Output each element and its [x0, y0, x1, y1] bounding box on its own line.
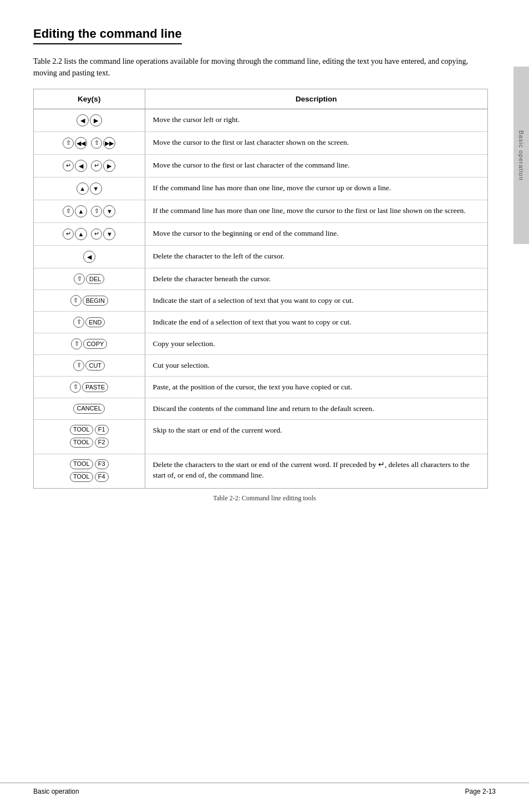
key-icons: ▲ ▼ — [42, 182, 137, 195]
tool-key: TOOL — [70, 459, 93, 469]
desc-cell: Delete the character beneath the cursor. — [145, 268, 487, 290]
del-key: DEL — [86, 274, 104, 284]
paste-key: PASTE — [82, 382, 108, 392]
page-title: Editing the command line — [33, 27, 182, 44]
col-header-desc: Description — [145, 89, 487, 109]
key-icons: ◀ — [42, 251, 137, 263]
key-icons: ↵ ▲ ↵ ▼ — [42, 228, 137, 240]
table-row: ▲ ▼ If the command line has more than on… — [34, 177, 487, 200]
up-arrow-key: ▲ — [77, 182, 89, 195]
desc-cell: Paste, at the position of the cursor, th… — [145, 377, 487, 398]
table-row: ⇧ DEL Delete the character beneath the c… — [34, 268, 487, 290]
f4-key: F4 — [95, 472, 109, 482]
table-row: ⇧ END Indicate the end of a selection of… — [34, 312, 487, 333]
key-icons: ⇧ ▲ ⇧ ▼ — [42, 205, 137, 217]
key-icons: ⇧ CUT — [42, 360, 137, 371]
key-cell: ↵ ◀ ↵ ▶ — [34, 155, 145, 177]
f3-key: F3 — [95, 459, 109, 469]
shift-key: ⇧ — [73, 360, 84, 371]
sidebar-tab: Basic operation — [513, 67, 529, 244]
shift-key: ⇧ — [74, 273, 85, 285]
desc-cell: Discard the contents of the command line… — [145, 398, 487, 420]
left-key: ◀ — [75, 160, 87, 172]
cmd-key: ↵ — [91, 229, 102, 240]
key-icons: ⇧ ◀◀ ⇧ ▶▶ — [42, 137, 137, 149]
shift-key: ⇧ — [91, 138, 102, 149]
key-row-2: TOOL F2 — [70, 438, 109, 448]
desc-cell: Delete the character to the left of the … — [145, 246, 487, 268]
table-row: ⇧ PASTE Paste, at the position of the cu… — [34, 377, 487, 398]
table-row: ⇧ ▲ ⇧ ▼ If the command line has more tha… — [34, 200, 487, 223]
key-stack: TOOL F3 TOOL F4 — [42, 459, 137, 483]
table-row: ⇧ ◀◀ ⇧ ▶▶ Move the cursor to the first o… — [34, 132, 487, 155]
shift-key: ⇧ — [63, 206, 74, 217]
cmd-key: ↵ — [91, 160, 102, 171]
key-row-1: TOOL F1 — [70, 425, 109, 435]
intro-paragraph: Table 2.2 lists the command line operati… — [33, 55, 488, 79]
key-row-2: TOOL F4 — [70, 472, 109, 482]
tool-key: TOOL — [70, 438, 93, 448]
end-key: END — [85, 317, 105, 327]
f2-key: F2 — [95, 438, 109, 448]
key-icons: ◀ ▶ — [42, 114, 137, 126]
sidebar-label: Basic operation — [518, 130, 525, 181]
shift-key: ⇧ — [91, 206, 102, 217]
key-cell: ⇧ DEL — [34, 268, 145, 290]
key-icons: ⇧ END — [42, 317, 137, 328]
up-key: ▲ — [75, 205, 87, 217]
desc-cell: Indicate the start of a selection of tex… — [145, 290, 487, 312]
footer-left: Basic operation — [33, 788, 79, 795]
key-row-1: TOOL F3 — [70, 459, 109, 469]
table-row: ◀ Delete the character to the left of th… — [34, 246, 487, 268]
desc-cell: If the command line has more than one li… — [145, 177, 487, 200]
desc-cell: Move the cursor to the beginning or end … — [145, 223, 487, 246]
key-cell: ▲ ▼ — [34, 177, 145, 200]
left-arrow-key: ◀ — [77, 114, 89, 126]
table-row: CANCEL Discard the contents of the comma… — [34, 398, 487, 420]
backspace-key: ◀ — [83, 251, 95, 263]
left-arrow-key: ◀◀ — [75, 137, 87, 149]
footer-right: Page 2-13 — [465, 788, 496, 795]
table-row: ⇧ COPY Copy your selection. — [34, 333, 487, 355]
table-row: TOOL F1 TOOL F2 Skip to the start or end… — [34, 419, 487, 454]
desc-cell: Move the cursor to the first or last cha… — [145, 155, 487, 177]
cut-key: CUT — [85, 361, 105, 371]
desc-cell: If the command line has more than one li… — [145, 200, 487, 223]
tool-key: TOOL — [70, 425, 93, 435]
down-key: ▼ — [103, 205, 115, 217]
page-container: Basic operation Editing the command line… — [0, 0, 529, 812]
key-cell: ◀ — [34, 246, 145, 268]
key-icons: ⇧ COPY — [42, 338, 137, 349]
table-row: ⇧ CUT Cut your selection. — [34, 355, 487, 377]
table-caption: Table 2-2: Command line editing tools — [33, 494, 496, 503]
key-cell: TOOL F1 TOOL F2 — [34, 419, 145, 454]
shift-key: ⇧ — [73, 317, 84, 328]
command-table-wrapper: Key(s) Description ◀ ▶ Move the cursor l… — [33, 89, 488, 489]
key-cell: ⇧ ▲ ⇧ ▼ — [34, 200, 145, 223]
desc-cell: Indicate the end of a selection of text … — [145, 312, 487, 333]
key-icons: ⇧ DEL — [42, 273, 137, 285]
key-cell: ↵ ▲ ↵ ▼ — [34, 223, 145, 246]
key-icons: ↵ ◀ ↵ ▶ — [42, 160, 137, 172]
key-cell: ⇧ COPY — [34, 333, 145, 355]
begin-key: BEGIN — [83, 296, 108, 306]
shift-key: ⇧ — [71, 338, 82, 349]
cmd-key: ↵ — [63, 229, 74, 240]
copy-key: COPY — [83, 339, 107, 349]
command-table: Key(s) Description ◀ ▶ Move the cursor l… — [34, 89, 487, 488]
desc-cell: Delete the characters to the start or en… — [145, 454, 487, 488]
desc-cell: Copy your selection. — [145, 333, 487, 355]
up-key: ▲ — [75, 228, 87, 240]
desc-cell: Move the cursor to the first or last cha… — [145, 132, 487, 155]
key-stack: TOOL F1 TOOL F2 — [42, 425, 137, 449]
cancel-key: CANCEL — [73, 404, 105, 414]
table-row: ⇧ BEGIN Indicate the start of a selectio… — [34, 290, 487, 312]
key-cell: ⇧ END — [34, 312, 145, 333]
shift-key: ⇧ — [63, 138, 74, 149]
f1-key: F1 — [95, 425, 109, 435]
table-row: ↵ ◀ ↵ ▶ Move the cursor to the first or … — [34, 155, 487, 177]
footer-bar: Basic operation Page 2-13 — [0, 783, 529, 795]
desc-cell: Move the cursor left or right. — [145, 109, 487, 132]
key-icons: ⇧ BEGIN — [42, 295, 137, 306]
key-cell: ⇧ ◀◀ ⇧ ▶▶ — [34, 132, 145, 155]
